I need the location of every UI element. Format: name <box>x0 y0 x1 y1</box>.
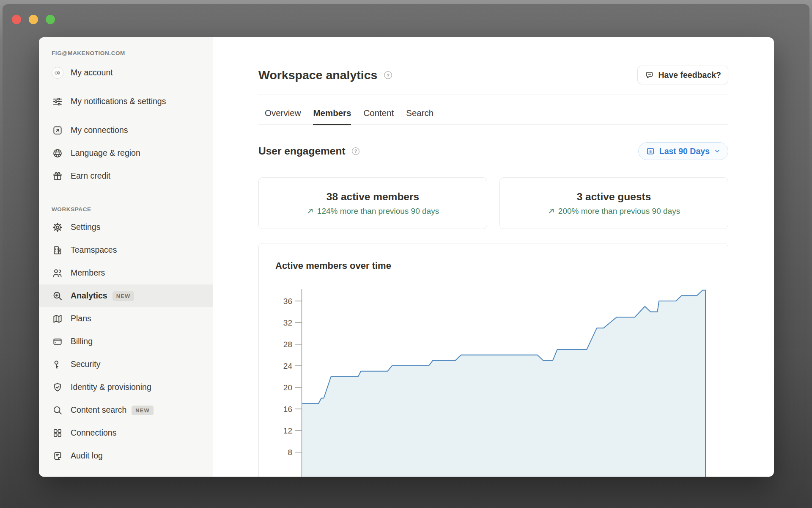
sidebar-item-notifications-settings[interactable]: My notifications & settings <box>39 84 213 119</box>
tab-overview[interactable]: Overview <box>265 108 301 125</box>
active-guests-stat-card: 3 active guests 200% more than previous … <box>499 177 728 229</box>
sidebar-item-analytics[interactable]: Analytics NEW <box>39 284 213 307</box>
stat-value: 38 active members <box>326 191 419 203</box>
sidebar-item-my-connections[interactable]: My connections <box>39 119 213 142</box>
date-range-dropdown[interactable]: Last 90 Days <box>638 142 728 160</box>
sidebar-item-audit-log[interactable]: Audit log <box>39 444 213 467</box>
new-badge: NEW <box>112 291 134 301</box>
sidebar-item-identity-provisioning[interactable]: Identity & provisioning <box>39 376 213 399</box>
minimize-button[interactable] <box>29 15 38 24</box>
have-feedback-button[interactable]: Have feedback? <box>637 66 729 84</box>
shield-check-icon <box>52 381 63 393</box>
building-icon <box>52 244 63 256</box>
sliders-icon <box>52 96 63 108</box>
stats-row: 38 active members 124% more than previou… <box>258 177 728 229</box>
map-icon <box>52 313 63 325</box>
stat-delta-text: 124% more than previous 90 days <box>317 207 439 216</box>
sidebar-item-label: Earn credit <box>71 171 110 182</box>
avatar <box>52 67 63 79</box>
sidebar-item-label: Connections <box>71 428 116 439</box>
sidebar-item-label: Identity & provisioning <box>71 382 151 393</box>
close-button[interactable] <box>12 15 21 24</box>
zoom-button[interactable] <box>46 15 55 24</box>
sidebar-item-teamspaces[interactable]: Teamspaces <box>39 239 213 262</box>
svg-text:12: 12 <box>283 426 292 435</box>
magnifier-icon <box>52 404 63 416</box>
sidebar-item-billing[interactable]: Billing <box>39 330 213 353</box>
sidebar-item-connections[interactable]: Connections <box>39 422 213 444</box>
sidebar-item-earn-credit[interactable]: Earn credit <box>39 165 213 188</box>
grid-icon <box>52 427 63 439</box>
tab-content[interactable]: Content <box>363 108 394 125</box>
user-engagement-heading: User engagement <box>258 145 346 157</box>
sidebar-item-label: Audit log <box>71 450 103 461</box>
svg-text:28: 28 <box>283 340 292 349</box>
sidebar-item-plans[interactable]: Plans <box>39 307 213 330</box>
credit-card-icon <box>52 336 63 348</box>
sidebar-item-my-account[interactable]: My account <box>39 61 213 84</box>
magnifier-plus-icon <box>52 290 63 302</box>
people-icon <box>52 267 63 279</box>
scroll-icon <box>52 450 63 462</box>
stat-delta-text: 200% more than previous 90 days <box>558 207 680 216</box>
active-members-area-chart: 363228242016128 <box>259 243 728 477</box>
tab-search[interactable]: Search <box>406 108 433 125</box>
help-icon[interactable]: ? <box>351 146 360 156</box>
active-members-stat-card: 38 active members 124% more than previou… <box>258 177 487 229</box>
sidebar-item-settings[interactable]: Settings <box>39 216 213 239</box>
settings-dialog: FIG@MAKENOTION.COM My account <box>39 37 774 477</box>
arrow-up-right-square-icon <box>52 124 63 136</box>
sidebar-item-language-region[interactable]: Language & region <box>39 142 213 165</box>
app-window: FIG@MAKENOTION.COM My account <box>3 4 809 508</box>
analytics-main-panel: Workspace analytics ? Have feedback? <box>213 37 774 477</box>
window-controls <box>12 15 55 24</box>
stat-value: 3 active guests <box>577 191 651 203</box>
svg-text:?: ? <box>387 72 390 77</box>
tab-bar: Overview Members Content Search <box>258 108 728 125</box>
arrow-up-right-icon <box>307 207 314 215</box>
have-feedback-label: Have feedback? <box>658 70 721 80</box>
svg-text:36: 36 <box>283 297 292 306</box>
sidebar-item-label: Settings <box>71 222 100 233</box>
sidebar-item-label: Billing <box>71 336 93 347</box>
sidebar-item-label: Analytics <box>71 290 107 301</box>
sidebar-item-label: Members <box>71 268 105 279</box>
svg-text:8: 8 <box>288 448 292 457</box>
sidebar-item-members[interactable]: Members <box>39 262 213 284</box>
sidebar-item-security[interactable]: Security <box>39 353 213 376</box>
date-range-label: Last 90 Days <box>659 146 710 156</box>
svg-text:?: ? <box>354 149 357 154</box>
globe-icon <box>52 147 63 159</box>
account-email-heading: FIG@MAKENOTION.COM <box>52 50 213 56</box>
workspace-section-heading: WORKSPACE <box>52 206 213 213</box>
sidebar-item-content-search[interactable]: Content search NEW <box>39 399 213 422</box>
sidebar-item-label: Language & region <box>71 148 140 159</box>
key-icon <box>52 359 63 370</box>
new-badge: NEW <box>132 406 154 415</box>
sidebar-item-label: My connections <box>71 125 128 136</box>
svg-text:24: 24 <box>283 362 293 370</box>
svg-text:32: 32 <box>283 318 292 327</box>
active-members-chart-card: Active members over time 363228242016128 <box>258 243 728 477</box>
svg-text:16: 16 <box>283 405 292 414</box>
speech-bubble-icon <box>645 70 654 80</box>
svg-text:20: 20 <box>283 383 292 392</box>
gear-icon <box>52 221 63 233</box>
page-title: Workspace analytics <box>258 68 377 82</box>
tab-members[interactable]: Members <box>313 108 351 125</box>
sidebar-item-label: My notifications & settings <box>71 96 166 107</box>
calendar-icon <box>646 146 655 156</box>
gift-icon <box>52 170 63 182</box>
chart-title: Active members over time <box>275 260 391 271</box>
sidebar-item-label: Security <box>71 359 100 370</box>
settings-sidebar: FIG@MAKENOTION.COM My account <box>39 37 213 477</box>
sidebar-item-label: Content search <box>71 405 126 416</box>
arrow-up-right-icon <box>548 207 555 215</box>
chevron-down-icon <box>714 148 721 155</box>
help-icon[interactable]: ? <box>383 70 393 80</box>
header-divider <box>258 94 728 94</box>
sidebar-item-label: Plans <box>71 313 91 324</box>
sidebar-item-label: My account <box>71 67 113 78</box>
sidebar-item-label: Teamspaces <box>71 245 117 256</box>
